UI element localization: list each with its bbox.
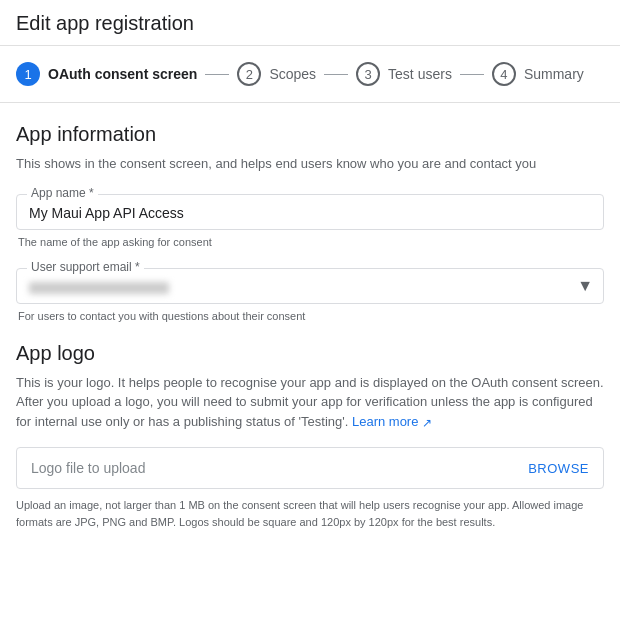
- step-4-label: Summary: [524, 66, 584, 82]
- step-4-circle: 4: [492, 62, 516, 86]
- logo-upload-label: Logo file to upload: [31, 460, 145, 476]
- browse-button[interactable]: BROWSE: [528, 461, 589, 476]
- stepper: 1 OAuth consent screen 2 Scopes 3 Test u…: [0, 46, 620, 103]
- step-2[interactable]: 2 Scopes: [237, 62, 316, 86]
- main-content: App information This shows in the consen…: [0, 103, 620, 550]
- step-divider-3: [460, 74, 484, 75]
- user-email-display: [29, 279, 567, 295]
- step-3-label: Test users: [388, 66, 452, 82]
- app-name-hint: The name of the app asking for consent: [16, 236, 604, 248]
- user-email-wrapper[interactable]: User support email * ▼: [16, 268, 604, 304]
- step-3[interactable]: 3 Test users: [356, 62, 452, 86]
- page-header: Edit app registration: [0, 0, 620, 46]
- app-name-input[interactable]: [29, 205, 591, 221]
- step-2-label: Scopes: [269, 66, 316, 82]
- app-name-label: App name *: [27, 186, 98, 200]
- step-1-label: OAuth consent screen: [48, 66, 197, 82]
- step-4[interactable]: 4 Summary: [492, 62, 584, 86]
- app-name-wrapper: App name *: [16, 194, 604, 230]
- step-divider-1: [205, 74, 229, 75]
- upload-hint: Upload an image, not larger than 1 MB on…: [16, 497, 604, 530]
- logo-upload-box: Logo file to upload BROWSE: [16, 447, 604, 489]
- user-email-hint: For users to contact you with questions …: [16, 310, 604, 322]
- user-email-group: User support email * ▼ For users to cont…: [16, 268, 604, 322]
- step-divider-2: [324, 74, 348, 75]
- external-link-icon: ↗: [422, 415, 432, 429]
- step-2-circle: 2: [237, 62, 261, 86]
- app-info-desc: This shows in the consent screen, and he…: [16, 154, 604, 174]
- step-1-circle: 1: [16, 62, 40, 86]
- app-name-group: App name * The name of the app asking fo…: [16, 194, 604, 248]
- page-title: Edit app registration: [16, 12, 604, 35]
- email-blur-text: [29, 282, 169, 294]
- user-email-label: User support email *: [27, 260, 144, 274]
- step-3-circle: 3: [356, 62, 380, 86]
- step-1[interactable]: 1 OAuth consent screen: [16, 62, 197, 86]
- learn-more-link[interactable]: Learn more ↗: [352, 414, 432, 429]
- app-info-title: App information: [16, 123, 604, 146]
- app-logo-desc: This is your logo. It helps people to re…: [16, 373, 604, 432]
- chevron-down-icon: ▼: [577, 277, 593, 295]
- app-logo-title: App logo: [16, 342, 604, 365]
